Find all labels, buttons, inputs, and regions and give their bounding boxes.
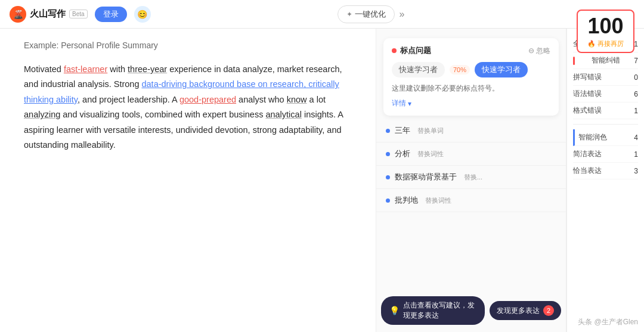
content-p1: Motivated xyxy=(24,64,64,74)
more-button[interactable]: » xyxy=(400,9,405,20)
card-title-row: 标点问题 xyxy=(392,45,431,56)
detail-label: 详情 xyxy=(392,98,406,108)
right-item-label: 格式错误 xyxy=(573,106,602,116)
card-desc: 这里建议删除不必要的标点符号。 xyxy=(392,83,550,94)
three-year-text: three-year xyxy=(128,64,167,74)
skip-label: 忽略 xyxy=(536,46,550,56)
word-original: 快速学习者 xyxy=(392,62,445,77)
score-number: 100 xyxy=(587,15,624,37)
tooltip-text: 点击查看改写建议，发现更多表达 xyxy=(403,300,476,321)
logo-icon: 🌋 xyxy=(10,6,26,23)
sugg-label: 批判地 xyxy=(395,195,418,206)
discover-count: 2 xyxy=(543,305,554,316)
analytical-text: analytical xyxy=(265,110,301,119)
skip-icon: ⊖ xyxy=(528,46,534,55)
right-item-count: 6 xyxy=(634,90,638,98)
star-icon: ✦ xyxy=(346,10,352,18)
suggestion-items: 三年 替换单词 分析 替换词性 数据驱动背景基于 替换... 批判地 替换词性 xyxy=(376,119,566,212)
middle-panel: 标点问题 ⊖ 忽略 快速学习者 70% 快速学习者 这里建议删除不必要的标点符号… xyxy=(376,29,566,332)
right-item-count: 1 xyxy=(634,150,638,159)
word-comparison: 快速学习者 70% 快速学习者 xyxy=(392,62,550,77)
discover-button[interactable]: 发现更多表达 2 xyxy=(490,301,561,320)
word-percent: 70% xyxy=(450,65,470,75)
list-item[interactable]: 三年 替换单词 xyxy=(376,119,566,142)
bottom-bar: 💡 点击查看改写建议，发现更多表达 发现更多表达 2 xyxy=(381,296,561,325)
svg-text:🌋: 🌋 xyxy=(13,10,24,20)
right-item-label: 拼写错误 xyxy=(573,72,602,82)
fast-learner-text: fast-learner xyxy=(64,64,107,74)
optimize-button[interactable]: ✦ 一键优化 xyxy=(338,5,395,23)
bulb-icon: 💡 xyxy=(389,306,400,315)
score-subtitle: 🔥 再接再厉 xyxy=(587,39,624,48)
sugg-label: 分析 xyxy=(395,148,410,159)
good-prepared-text: good-prepared xyxy=(179,95,236,104)
sugg-type: 替换词性 xyxy=(417,150,444,159)
score-sub-text: 再接再厉 xyxy=(597,39,624,48)
right-item[interactable]: 简洁表达 1 xyxy=(573,146,638,163)
card-detail[interactable]: 详情 ▾ xyxy=(392,98,550,108)
right-item-bar xyxy=(573,57,575,65)
sugg-label: 三年 xyxy=(395,125,410,136)
main-layout: Example: Personal Profile Summary Motiva… xyxy=(0,29,644,332)
editor-area: Example: Personal Profile Summary Motiva… xyxy=(0,29,376,332)
sugg-type: 替换词性 xyxy=(425,196,451,205)
right-item[interactable]: 恰当表达 3 xyxy=(573,163,638,179)
right-item-count: 1 xyxy=(634,107,638,115)
right-item-count: 7 xyxy=(634,57,638,65)
suggestion-card: 标点问题 ⊖ 忽略 快速学习者 70% 快速学习者 这里建议删除不必要的标点符号… xyxy=(383,38,559,116)
right-item[interactable]: 智能纠错 7 xyxy=(573,52,638,69)
know-text: know xyxy=(287,95,307,104)
right-item-count: 3 xyxy=(634,167,638,175)
topbar: 🌋 火山写作 Beta 登录 😊 ✦ 一键优化 » 全部建议 11 xyxy=(0,0,644,29)
logo-area: 🌋 火山写作 Beta xyxy=(10,6,88,23)
tooltip-bubble: 💡 点击查看改写建议，发现更多表达 xyxy=(381,296,485,325)
divider xyxy=(573,124,638,125)
optimize-label: 一键优化 xyxy=(355,9,386,20)
beta-badge: Beta xyxy=(69,10,88,18)
avatar: 😊 xyxy=(134,6,151,23)
sugg-dot xyxy=(386,175,390,179)
content-p2: with xyxy=(107,64,128,74)
right-items-section1: 智能纠错 7 拼写错误 0 语法错误 6 格式错误 1 xyxy=(573,52,638,119)
card-skip[interactable]: ⊖ 忽略 xyxy=(528,46,550,56)
right-items-section2: 简洁表达 1 恰当表达 3 xyxy=(573,146,638,179)
sugg-dot xyxy=(386,198,390,203)
card-header: 标点问题 ⊖ 忽略 xyxy=(392,45,550,56)
right-item-smart-color[interactable]: 智能润色 4 xyxy=(573,129,638,146)
sugg-label: 数据驱动背景基于 xyxy=(395,172,457,182)
right-item-label: 语法错误 xyxy=(573,89,602,99)
fire-icon: 🔥 xyxy=(587,40,596,48)
right-item-label: 智能纠错 xyxy=(592,55,620,66)
content-p5: analyst who xyxy=(236,95,287,104)
discover-label: 发现更多表达 xyxy=(497,306,540,316)
right-item[interactable]: 格式错误 1 xyxy=(573,103,638,119)
card-dot xyxy=(392,48,397,53)
detail-chevron: ▾ xyxy=(408,100,411,108)
content-p6: a lot xyxy=(307,95,326,104)
list-item[interactable]: 数据驱动背景基于 替换... xyxy=(376,166,566,189)
right-item[interactable]: 语法错误 6 xyxy=(573,86,638,103)
smart-color-count: 4 xyxy=(634,134,638,142)
login-button[interactable]: 登录 xyxy=(95,7,127,22)
right-panel: 全部建议 11 智能纠错 7 拼写错误 0 语法错误 6 格式错误 1 智能润色… xyxy=(566,29,644,332)
right-item-count: 0 xyxy=(634,73,638,82)
sugg-dot xyxy=(386,129,390,133)
sugg-type: 替换... xyxy=(464,173,482,182)
list-item[interactable]: 分析 替换词性 xyxy=(376,142,566,166)
right-item-label: 简洁表达 xyxy=(573,149,602,159)
word-suggested[interactable]: 快速学习者 xyxy=(475,62,528,77)
watermark: 头条 @生产者Glen xyxy=(578,317,638,327)
list-item[interactable]: 批判地 替换词性 xyxy=(376,189,566,212)
right-item-label: 恰当表达 xyxy=(573,166,602,176)
smart-color-label: 智能润色 xyxy=(578,132,607,142)
content-p4: , and project leadership. A xyxy=(78,95,179,104)
content-p7: and visualizing tools, combined with exp… xyxy=(60,110,265,119)
doc-title: Example: Personal Profile Summary xyxy=(24,41,358,50)
doc-content: Motivated fast-learner with three-year e… xyxy=(24,62,358,153)
right-item[interactable]: 拼写错误 0 xyxy=(573,69,638,86)
topbar-center: ✦ 一键优化 » xyxy=(158,5,584,23)
logo-text: 火山写作 xyxy=(30,8,66,20)
sugg-type: 替换单词 xyxy=(417,126,444,135)
analyzing-text: analyzing xyxy=(24,110,60,119)
sugg-dot xyxy=(386,152,390,156)
